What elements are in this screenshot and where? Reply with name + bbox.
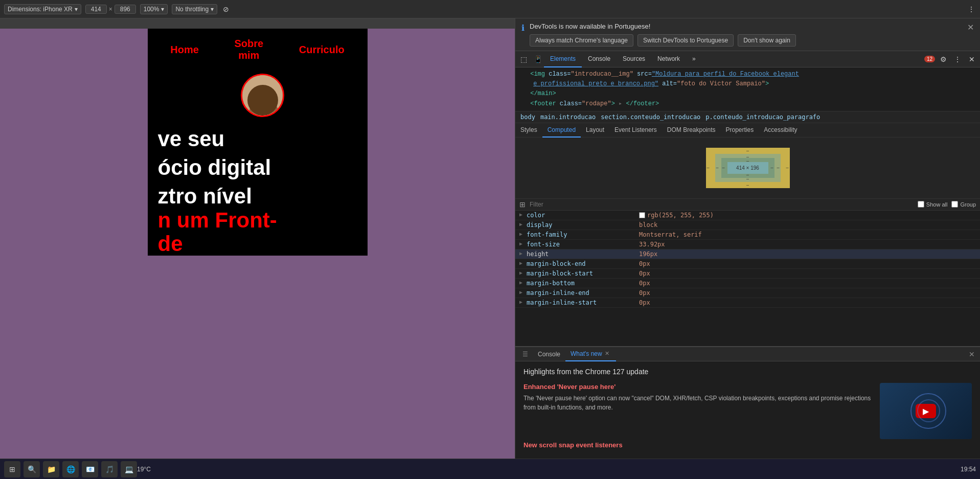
tab-elements[interactable]: Elements (544, 51, 582, 67)
close-devtools-icon[interactable]: ✕ (966, 53, 978, 65)
taskbar-icons: ⊞ 🔍 📁 🌐 📧 🎵 💻 (4, 461, 137, 477)
prop-value-margin-block-start: 0px (639, 270, 976, 277)
whats-new-close-icon[interactable]: ✕ (604, 350, 611, 357)
prop-height[interactable]: ▶ height 196px (515, 249, 980, 259)
throttle-selector[interactable]: No throttling ▾ (172, 4, 217, 14)
dom-view: <img class="introducao__img" src="Moldur… (515, 67, 980, 111)
prop-margin-block-end[interactable]: ▶ margin-block-end 0px (515, 259, 980, 269)
bottom-tab-console[interactable]: Console (533, 347, 565, 361)
feature-img-inner: ▶ (880, 383, 972, 439)
notification-title: DevTools is now available in Portuguese! (530, 22, 958, 30)
padding-top-label: – (746, 158, 749, 164)
filter-icon: ⊞ (519, 200, 526, 209)
taskbar-app-4[interactable]: 🎵 (101, 461, 118, 477)
avatar-face (242, 75, 283, 116)
prop-font-family[interactable]: ▶ font-family Montserrat, serif (515, 230, 980, 240)
match-language-button[interactable]: Always match Chrome's language (530, 34, 633, 47)
inspect-element-icon[interactable]: ⬚ (517, 53, 530, 65)
notification-buttons: Always match Chrome's language Switch De… (530, 34, 958, 47)
feature-title-2: New scroll snap event listeners (523, 441, 972, 449)
device-label: Dimensions: iPhone XR (8, 6, 73, 13)
device-chevron-icon: ▾ (75, 6, 78, 13)
prop-font-size[interactable]: ▶ font-size 33.92px (515, 240, 980, 249)
breadcrumb-body[interactable]: body (518, 113, 537, 121)
prop-expand-icon-7: ▶ (519, 270, 527, 276)
subtab-layout[interactable]: Layout (581, 123, 609, 138)
prop-expand-icon-6: ▶ (519, 260, 527, 266)
breadcrumb-section[interactable]: section.conteudo_introducao (599, 113, 702, 121)
prop-margin-inline-end[interactable]: ▶ margin-inline-end 0px (515, 288, 980, 298)
no-throttle-icon[interactable]: ⊘ (221, 5, 231, 14)
tab-network[interactable]: Network (651, 51, 686, 67)
group-group: Group (951, 201, 976, 208)
dont-show-button[interactable]: Don't show again (738, 34, 796, 47)
bottom-panel-close-icon[interactable]: ✕ (966, 350, 978, 358)
hero-text-4: n um Front- (158, 209, 357, 232)
search-taskbar-icon[interactable]: 🔍 (24, 461, 40, 477)
group-label: Group (960, 201, 976, 208)
taskbar-app-5[interactable]: 💻 (121, 461, 137, 477)
subtab-accessibility[interactable]: Accessibility (759, 123, 802, 138)
start-menu-icon[interactable]: ⊞ (4, 461, 20, 477)
bottom-tab-whats-new[interactable]: What's new ✕ (565, 347, 616, 361)
zoom-selector[interactable]: 100% ▾ (140, 4, 168, 14)
show-all-checkbox[interactable] (918, 201, 924, 208)
nav-item-home[interactable]: Home (170, 44, 199, 56)
breadcrumb-p[interactable]: p.conteudo_introducao_paragrafo (703, 113, 822, 121)
settings-icon[interactable]: ⚙ (937, 53, 949, 65)
kebab-menu-icon[interactable]: ⋮ (951, 53, 964, 65)
prop-value-margin-bottom: 0px (639, 280, 976, 287)
height-input[interactable] (115, 5, 136, 14)
zoom-label: 100% (144, 6, 159, 13)
tab-sources[interactable]: Sources (617, 51, 651, 67)
svg-point-4 (266, 92, 269, 95)
prop-margin-block-start[interactable]: ▶ margin-block-start 0px (515, 269, 980, 279)
filter-input[interactable] (530, 201, 914, 208)
box-model-padding: – – – – 414 × 196 (721, 158, 774, 178)
show-all-group: Show all (918, 201, 948, 208)
bottom-icons: ☰ (517, 349, 533, 360)
taskbar-app-1[interactable]: 📁 (43, 461, 59, 477)
zoom-chevron-icon: ▾ (161, 6, 164, 13)
prop-margin-bottom[interactable]: ▶ margin-bottom 0px (515, 279, 980, 288)
tab-console[interactable]: Console (582, 51, 617, 67)
prop-expand-icon-8: ▶ (519, 280, 527, 285)
device-selector[interactable]: Dimensions: iPhone XR ▾ (4, 4, 81, 14)
tab-more[interactable]: » (686, 51, 702, 67)
svg-point-3 (259, 92, 262, 95)
subtab-properties[interactable]: Properties (721, 123, 759, 138)
computed-properties-list: ▶ color rgb(255, 255, 255) ▶ display blo… (515, 211, 980, 346)
taskbar-app-2[interactable]: 🌐 (62, 461, 79, 477)
dimension-separator: × (109, 6, 112, 13)
device-toggle-icon[interactable]: 📱 (532, 53, 544, 65)
border-right-label: – (777, 165, 779, 170)
subtab-styles[interactable]: Styles (515, 123, 542, 138)
more-options-icon[interactable]: ⋮ (967, 5, 976, 14)
box-model-margin: – – – – – – – – – – – – 414 × 196 (706, 148, 790, 188)
notification-close-icon[interactable]: ✕ (967, 22, 974, 32)
margin-top-label: – (746, 148, 749, 153)
width-input[interactable] (85, 5, 107, 14)
throttle-chevron-icon: ▾ (211, 6, 214, 13)
taskbar-app-3[interactable]: 📧 (82, 461, 98, 477)
bottom-tab-bar: ☰ Console What's new ✕ ✕ (515, 347, 980, 361)
prop-name-height: height (527, 250, 639, 258)
nav-item-curriculo[interactable]: Curriculo (299, 44, 345, 56)
group-checkbox[interactable] (951, 201, 958, 208)
site-navigation: Home Sobremim Curriculo (148, 29, 368, 69)
subtab-computed[interactable]: Computed (542, 123, 581, 138)
hero-text-2: ócio digital (158, 151, 357, 179)
switch-portuguese-button[interactable]: Switch DevTools to Portuguese (637, 34, 734, 47)
browser-preview: Home Sobremim Curriculo (0, 18, 515, 459)
bottom-menu-icon[interactable]: ☰ (519, 349, 531, 360)
nav-item-sobre[interactable]: Sobremim (234, 38, 263, 61)
prop-display[interactable]: ▶ display block (515, 220, 980, 230)
prop-margin-inline-start[interactable]: ▶ margin-inline-start 0px (515, 298, 980, 308)
devtools-bottom-panel: ☰ Console What's new ✕ ✕ Highlights from… (515, 346, 980, 459)
profile-avatar (241, 74, 284, 117)
subtab-event-listeners[interactable]: Event Listeners (609, 123, 662, 138)
prop-name-margin-block-end: margin-block-end (527, 260, 639, 267)
subtab-dom-breakpoints[interactable]: DOM Breakpoints (662, 123, 721, 138)
breadcrumb-main[interactable]: main.introducao (538, 113, 598, 121)
prop-color[interactable]: ▶ color rgb(255, 255, 255) (515, 211, 980, 220)
